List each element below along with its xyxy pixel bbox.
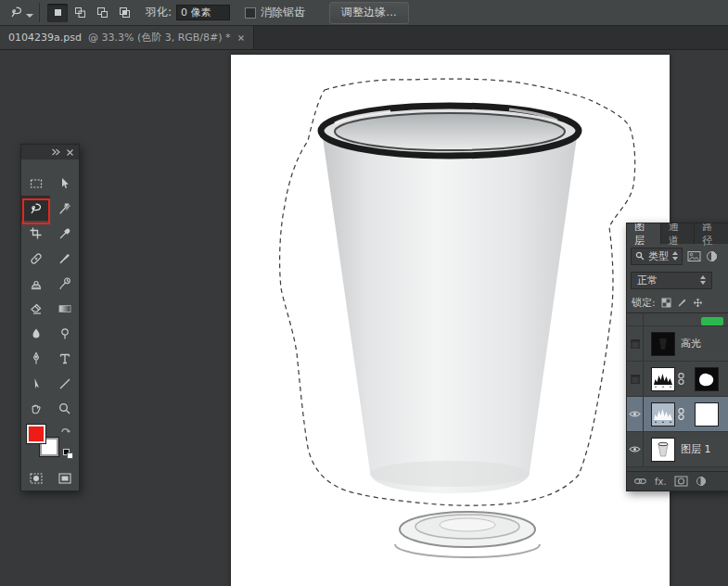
visibility-cell[interactable]	[627, 326, 644, 361]
link-mask-icon[interactable]	[677, 407, 685, 421]
subtract-from-selection-button[interactable]	[92, 4, 112, 22]
layer-row-highlight[interactable]: 高光	[627, 326, 728, 362]
default-colors-icon[interactable]	[63, 449, 74, 460]
dark-cup-thumbnail	[652, 333, 674, 355]
tool-magic-wand[interactable]	[50, 196, 79, 221]
tool-pen[interactable]	[21, 346, 50, 371]
tool-crop[interactable]	[21, 221, 50, 246]
layer-row-color-fill[interactable]	[627, 313, 728, 326]
lock-image-icon[interactable]	[677, 298, 687, 308]
tool-quick-mask[interactable]	[21, 465, 50, 490]
feather-label: 羽化:	[146, 5, 172, 20]
tool-hand[interactable]	[21, 396, 50, 421]
eraser-icon	[29, 301, 44, 316]
link-mask-icon[interactable]	[677, 372, 685, 386]
intersect-selection-button[interactable]	[114, 4, 134, 22]
tool-type[interactable]	[50, 346, 79, 371]
tool-lasso[interactable]	[21, 196, 50, 221]
add-to-selection-button[interactable]	[70, 4, 90, 22]
adjustment-thumbnail[interactable]	[651, 402, 675, 427]
lock-row: 锁定:	[627, 292, 728, 312]
adjustment-thumbnail[interactable]	[651, 367, 675, 391]
updown-arrows-icon	[700, 275, 706, 285]
filter-adjustment-layers-icon[interactable]	[706, 250, 718, 262]
filter-kind-label: 类型	[648, 249, 669, 263]
visibility-cell[interactable]	[627, 313, 644, 325]
blend-mode-select[interactable]: 正常	[631, 272, 712, 289]
layer-row-layer1[interactable]: 图层 1	[627, 432, 728, 467]
tool-brush[interactable]	[50, 246, 79, 271]
clone-stamp-icon	[29, 276, 44, 291]
tool-clone-stamp[interactable]	[21, 271, 50, 296]
tool-screen-mode[interactable]	[50, 465, 79, 490]
layer-row-adjustment[interactable]	[627, 362, 728, 397]
layers-list: 高光	[627, 312, 728, 472]
visibility-cell[interactable]	[627, 362, 644, 396]
tool-spot-healing-brush[interactable]	[21, 246, 50, 271]
eye-icon	[629, 445, 641, 453]
close-panel-icon[interactable]	[66, 148, 74, 157]
move-icon	[57, 176, 72, 191]
close-icon[interactable]	[237, 34, 245, 42]
filter-pixel-layers-icon[interactable]	[687, 250, 701, 262]
tab-layers[interactable]: 图层	[627, 223, 661, 244]
tools-bottom-row	[21, 465, 79, 490]
tool-eyedropper[interactable]	[50, 221, 79, 246]
document-tab[interactable]: 0104239a.psd @ 33.3% (色阶 3, RGB/8#) *	[0, 26, 254, 49]
layer-filter-row: 类型	[627, 244, 728, 268]
layer-filter-select[interactable]: 类型	[631, 248, 683, 265]
tool-path-selection[interactable]	[21, 371, 50, 396]
levels-histogram-icon	[652, 368, 674, 390]
add-to-selection-icon	[74, 6, 86, 19]
layer-thumbnail[interactable]	[651, 332, 675, 356]
swap-colors-icon[interactable]	[60, 425, 72, 434]
layer-thumbnail[interactable]	[651, 438, 675, 462]
tool-blur[interactable]	[21, 321, 50, 346]
collapse-panel-icon[interactable]	[51, 147, 60, 157]
tool-rectangular-marquee[interactable]	[21, 171, 50, 196]
antialias-label: 消除锯齿	[261, 5, 305, 20]
tool-preset-picker[interactable]	[6, 3, 40, 22]
antialias-checkbox[interactable]	[245, 7, 256, 19]
eye-icon	[629, 410, 641, 418]
layer-effects-button[interactable]: fx.	[655, 477, 667, 487]
lock-label: 锁定:	[632, 296, 656, 310]
layers-panel: 图层 通道 路径 类型 正常 锁定:	[626, 223, 728, 491]
eyedropper-icon	[57, 226, 72, 241]
lasso-icon	[9, 5, 24, 19]
add-layer-mask-icon[interactable]	[674, 476, 688, 487]
refine-edge-button[interactable]: 调整边缘…	[329, 2, 409, 24]
canvas[interactable]	[231, 55, 670, 586]
layer-row-selected-adjustment[interactable]	[627, 397, 728, 432]
layer-mask-thumbnail[interactable]	[695, 367, 719, 391]
tool-move[interactable]	[50, 171, 79, 196]
subtract-from-selection-icon	[96, 6, 109, 19]
tool-options-bar: 羽化: 消除锯齿 调整边缘…	[0, 0, 728, 26]
tool-history-brush[interactable]	[50, 271, 79, 296]
layer-mask-thumbnail[interactable]	[695, 402, 719, 427]
lock-position-icon[interactable]	[693, 298, 703, 308]
cup-thumbnail	[652, 439, 674, 461]
lock-transparency-icon[interactable]	[661, 298, 671, 308]
visibility-cell[interactable]	[627, 432, 644, 466]
tool-line[interactable]	[50, 371, 79, 396]
tool-gradient[interactable]	[50, 296, 79, 321]
document-zoom-info: @ 33.3% (色阶 3, RGB/8#) *	[88, 31, 231, 45]
visibility-cell[interactable]	[627, 397, 644, 431]
lasso-icon	[29, 201, 44, 216]
document-tab-bar: 0104239a.psd @ 33.3% (色阶 3, RGB/8#) *	[0, 26, 728, 50]
tools-panel	[20, 144, 80, 491]
foreground-color-swatch[interactable]	[27, 425, 45, 443]
tool-dodge[interactable]	[50, 321, 79, 346]
selection-mode-buttons	[47, 4, 134, 22]
pen-icon	[29, 351, 44, 366]
tab-channels[interactable]: 通道	[661, 223, 696, 244]
new-adjustment-layer-icon[interactable]	[696, 476, 707, 487]
feather-input[interactable]	[176, 5, 230, 20]
layers-panel-tabs: 图层 通道 路径	[627, 223, 728, 244]
tab-paths[interactable]: 路径	[695, 223, 728, 244]
tool-eraser[interactable]	[21, 296, 50, 321]
link-layers-icon[interactable]	[633, 477, 647, 486]
tool-zoom[interactable]	[50, 396, 79, 421]
new-selection-button[interactable]	[47, 4, 68, 22]
